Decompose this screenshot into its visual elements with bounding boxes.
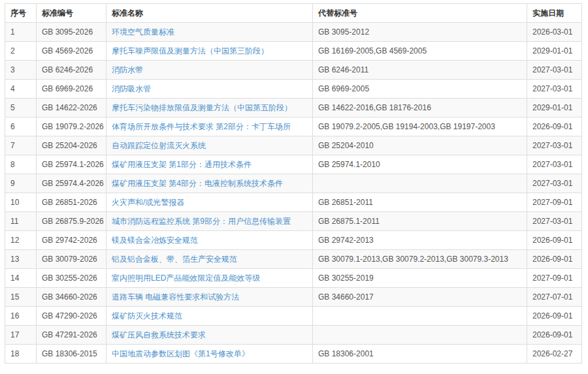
cell-date: 2027-03-01 [527,212,582,231]
cell-code: GB 25974.4-2026 [37,174,106,193]
cell-code: GB 26875.9-2026 [37,212,106,231]
standard-name-link[interactable]: 煤矿用液压支架 第1部分：通用技术条件 [112,160,252,169]
cell-seq: 9 [5,174,37,193]
cell-seq: 12 [5,231,37,250]
standard-name-link[interactable]: 火灾声和/或光警报器 [112,198,184,207]
cell-seq: 2 [5,42,37,61]
cell-code: GB 30079-2026 [37,250,106,269]
table-row: 11GB 26875.9-2026城市消防远程监控系统 第9部分：用户信息传输装… [5,212,582,231]
cell-name: 镁及镁合金冶炼安全规范 [106,231,313,250]
table-header-row: 序号标准编号标准名称代替标准号实施日期 [5,4,582,23]
cell-code: GB 30255-2026 [37,269,106,288]
cell-replaced: GB 6969-2005 [313,80,527,99]
cell-code: GB 29742-2026 [37,231,106,250]
column-header-code: 标准编号 [37,4,106,23]
cell-replaced: GB 29742-2013 [313,231,527,250]
standard-name-link[interactable]: 煤矿防灭火技术规范 [112,311,182,320]
table-row: 2GB 4569-2026摩托车噪声限值及测量方法（中国第三阶段）GB 1616… [5,42,582,61]
cell-date: 2029-01-01 [527,42,582,61]
cell-replaced: GB 25974.1-2010 [313,155,527,174]
cell-code: GB 14622-2026 [37,99,106,117]
cell-seq: 16 [5,307,37,326]
standard-name-link[interactable]: 环境空气质量标准 [112,27,174,37]
cell-name: 火灾声和/或光警报器 [106,193,313,212]
cell-code: GB 47290-2026 [37,307,106,326]
column-header-replaced: 代替标准号 [313,4,527,23]
standards-table: 序号标准编号标准名称代替标准号实施日期 1GB 3095-2026环境空气质量标… [5,3,582,364]
cell-date: 2027-03-01 [527,61,582,80]
cell-replaced: GB 30255-2019 [313,269,527,288]
cell-name: 消防吸水管 [106,80,313,99]
table-row: 10GB 26851-2026火灾声和/或光警报器GB 26851-201120… [5,193,582,212]
cell-name: 城市消防远程监控系统 第9部分：用户信息传输装置 [106,212,313,231]
cell-seq: 1 [5,23,37,42]
cell-replaced: GB 3095-2012 [313,23,527,42]
cell-date: 2029-01-01 [527,99,582,117]
table-row: 18GB 18306-2015中国地震动参数区划图《第1号修改单》GB 1830… [5,345,582,364]
cell-code: GB 34660-2026 [37,288,106,307]
cell-seq: 8 [5,155,37,174]
page: 序号标准编号标准名称代替标准号实施日期 1GB 3095-2026环境空气质量标… [0,0,588,374]
cell-replaced: GB 25204-2010 [313,136,527,155]
cell-name: 煤矿用液压支架 第4部分：电液控制系统技术条件 [106,174,313,193]
cell-name: 煤矿压风自救系统技术要求 [106,326,313,345]
cell-seq: 15 [5,288,37,307]
table-row: 6GB 19079.2-2026体育场所开放条件与技术要求 第2部分：卡丁车场所… [5,117,582,136]
column-header-name: 标准名称 [106,4,313,23]
standard-name-link[interactable]: 铝及铝合金板、带、箔生产安全规范 [112,255,237,264]
cell-code: GB 25974.1-2026 [37,155,106,174]
cell-replaced [313,326,527,345]
standard-name-link[interactable]: 消防吸水管 [112,84,151,93]
standard-name-link[interactable]: 煤矿压风自救系统技术要求 [112,330,206,339]
cell-date: 2026-09-01 [527,326,582,345]
cell-code: GB 4569-2026 [37,42,106,61]
table-row: 9GB 25974.4-2026煤矿用液压支架 第4部分：电液控制系统技术条件2… [5,174,582,193]
table-body: 1GB 3095-2026环境空气质量标准GB 3095-20122026-03… [5,23,582,364]
cell-seq: 17 [5,326,37,345]
cell-replaced [313,174,527,193]
standard-name-link[interactable]: 体育场所开放条件与技术要求 第2部分：卡丁车场所 [112,122,291,131]
cell-seq: 6 [5,117,37,136]
cell-date: 2026-02-27 [527,345,582,364]
standard-name-link[interactable]: 消防水带 [112,65,143,74]
cell-code: GB 3095-2026 [37,23,106,42]
cell-code: GB 47291-2026 [37,326,106,345]
standard-name-link[interactable]: 镁及镁合金冶炼安全规范 [112,236,198,245]
cell-replaced: GB 19079.2-2005,GB 19194-2003,GB 19197-2… [313,117,527,136]
cell-date: 2026-03-01 [527,23,582,42]
cell-name: 道路车辆 电磁兼容性要求和试验方法 [106,288,313,307]
cell-code: GB 25204-2026 [37,136,106,155]
standard-name-link[interactable]: 城市消防远程监控系统 第9部分：用户信息传输装置 [112,217,291,226]
standard-name-link[interactable]: 自动跟踪定位射流灭火系统 [112,141,206,150]
standard-name-link[interactable]: 摩托车噪声限值及测量方法（中国第三阶段） [112,46,269,55]
cell-replaced: GB 30079.1-2013,GB 30079.2-2013,GB 30079… [313,250,527,269]
table-row: 5GB 14622-2026摩托车污染物排放限值及测量方法（中国第五阶段）GB … [5,99,582,117]
cell-name: 摩托车污染物排放限值及测量方法（中国第五阶段） [106,99,313,117]
cell-date: 2026-09-01 [527,231,582,250]
table-row: 14GB 30255-2026室内照明用LED产品能效限定值及能效等级GB 30… [5,269,582,288]
standard-name-link[interactable]: 煤矿用液压支架 第4部分：电液控制系统技术条件 [112,179,283,188]
cell-date: 2027-07-01 [527,288,582,307]
cell-code: GB 6969-2026 [37,80,106,99]
standard-name-link[interactable]: 中国地震动参数区划图《第1号修改单》 [112,349,250,358]
cell-date: 2027-09-01 [527,269,582,288]
cell-replaced: GB 34660-2017 [313,288,527,307]
cell-date: 2026-09-01 [527,117,582,136]
table-row: 17GB 47291-2026煤矿压风自救系统技术要求2026-09-01 [5,326,582,345]
cell-name: 环境空气质量标准 [106,23,313,42]
cell-seq: 3 [5,61,37,80]
cell-replaced [313,307,527,326]
standard-name-link[interactable]: 室内照明用LED产品能效限定值及能效等级 [112,273,260,283]
cell-replaced: GB 26875.1-2011 [313,212,527,231]
standard-name-link[interactable]: 摩托车污染物排放限值及测量方法（中国第五阶段） [112,103,292,112]
cell-replaced: GB 14622-2016,GB 18176-2016 [313,99,527,117]
column-header-seq: 序号 [5,4,37,23]
cell-date: 2027-03-01 [527,155,582,174]
cell-name: 摩托车噪声限值及测量方法（中国第三阶段） [106,42,313,61]
table-row: 15GB 34660-2026道路车辆 电磁兼容性要求和试验方法GB 34660… [5,288,582,307]
cell-date: 2027-03-01 [527,136,582,155]
cell-seq: 13 [5,250,37,269]
standard-name-link[interactable]: 道路车辆 电磁兼容性要求和试验方法 [112,292,239,302]
cell-date: 2026-09-01 [527,250,582,269]
cell-name: 体育场所开放条件与技术要求 第2部分：卡丁车场所 [106,117,313,136]
